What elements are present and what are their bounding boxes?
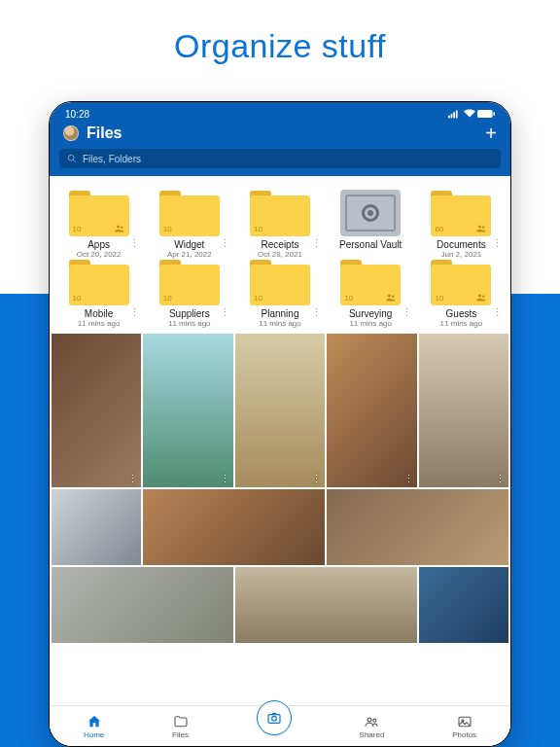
folder-icon: 10 <box>159 190 220 236</box>
svg-rect-0 <box>448 116 450 119</box>
folder-more-icon[interactable]: ⋮ <box>492 307 503 318</box>
folder-item[interactable]: 10Mobile11 mins ago⋮ <box>55 259 142 328</box>
signal-icon <box>448 109 462 119</box>
photo-tile[interactable] <box>419 567 508 643</box>
user-avatar[interactable] <box>63 125 79 141</box>
folder-count: 10 <box>73 225 82 233</box>
folder-name: Documents <box>437 239 486 250</box>
nav-files[interactable]: Files <box>172 714 189 739</box>
folder-count: 10 <box>254 294 262 302</box>
folder-item[interactable]: 10Planning11 mins ago⋮ <box>236 259 323 328</box>
folder-icon <box>173 714 189 729</box>
folder-name: Receipts <box>262 239 299 250</box>
shared-icon <box>114 223 125 234</box>
svg-point-14 <box>478 294 481 297</box>
photo-mosaic: ⋮ ⋮ ⋮ ⋮ ⋮ <box>50 332 510 643</box>
app-header: 10:28 Files + Files, Folders <box>50 102 510 176</box>
folder-item[interactable]: 10Guests11 mins ago⋮ <box>418 259 505 328</box>
folder-icon: 10 <box>250 190 310 236</box>
photo-tile[interactable]: ⋮ <box>327 334 416 487</box>
folder-item[interactable]: 10AppsOct 20, 2022⋮ <box>55 190 142 259</box>
shared-icon <box>475 292 487 303</box>
svg-rect-5 <box>493 112 495 115</box>
clock: 10:28 <box>65 109 89 120</box>
folder-icon: 10 <box>250 259 310 305</box>
nav-home[interactable]: Home <box>84 714 104 739</box>
photo-tile[interactable]: ⋮ <box>52 334 141 487</box>
wifi-icon <box>464 109 475 119</box>
photo-tile[interactable] <box>235 567 417 643</box>
folder-date: 11 mins ago <box>440 319 483 328</box>
folder-more-icon[interactable]: ⋮ <box>220 238 230 249</box>
search-icon <box>67 154 77 163</box>
bottom-nav: Home Files Shared Photos <box>50 705 510 746</box>
folder-item[interactable]: 60DocumentsJun 2, 2021⋮ <box>418 190 505 259</box>
vault-icon <box>340 190 401 236</box>
nav-label: Photos <box>452 730 476 739</box>
svg-rect-3 <box>456 111 458 119</box>
nav-photos[interactable]: Photos <box>452 714 476 739</box>
photo-more-icon[interactable]: ⋮ <box>403 473 414 485</box>
svg-point-19 <box>373 719 376 722</box>
photo-tile[interactable] <box>327 489 508 565</box>
photo-more-icon[interactable]: ⋮ <box>220 473 230 485</box>
home-icon <box>87 714 102 729</box>
folder-count: 10 <box>435 294 443 302</box>
folder-date: Oct 20, 2022 <box>77 250 122 259</box>
folder-item[interactable]: Personal Vault <box>328 190 414 259</box>
folder-item[interactable]: 10Surveying11 mins ago⋮ <box>328 259 414 328</box>
shared-icon <box>385 292 397 303</box>
photo-tile[interactable]: ⋮ <box>419 334 508 487</box>
photo-more-icon[interactable]: ⋮ <box>311 473 322 485</box>
nav-shared[interactable]: Shared <box>360 714 385 739</box>
folder-count: 10 <box>344 294 353 302</box>
camera-button[interactable] <box>257 700 292 735</box>
svg-point-10 <box>478 225 481 228</box>
status-bar: 10:28 <box>59 102 501 122</box>
folder-name: Guests <box>446 308 477 319</box>
nav-label: Files <box>172 730 189 739</box>
page-title: Files <box>87 124 477 142</box>
folder-item[interactable]: 10WidgetApr 21, 2022⋮ <box>146 190 232 259</box>
photo-more-icon[interactable]: ⋮ <box>495 473 506 485</box>
folder-name: Mobile <box>85 308 113 319</box>
photo-tile[interactable]: ⋮ <box>143 334 232 487</box>
svg-rect-2 <box>453 112 455 118</box>
folder-more-icon[interactable]: ⋮ <box>311 307 322 318</box>
folder-icon: 10 <box>431 259 491 305</box>
page-tagline: Organize stuff <box>0 27 560 65</box>
camera-icon <box>266 710 282 726</box>
nav-label: Home <box>84 730 104 739</box>
svg-point-6 <box>68 155 74 160</box>
photo-tile[interactable] <box>52 567 233 643</box>
svg-line-7 <box>73 160 76 162</box>
folder-more-icon[interactable]: ⋮ <box>129 238 140 249</box>
folder-date: 11 mins ago <box>168 319 211 328</box>
folder-item[interactable]: 10Suppliers11 mins ago⋮ <box>146 259 232 328</box>
folder-more-icon[interactable]: ⋮ <box>402 307 412 318</box>
folder-more-icon[interactable]: ⋮ <box>220 307 230 318</box>
tablet-frame: 10:28 Files + Files, Folders 10AppsOct 2… <box>49 101 511 747</box>
search-input[interactable]: Files, Folders <box>59 149 501 168</box>
photo-icon <box>457 714 472 729</box>
folder-count: 10 <box>254 225 262 233</box>
svg-rect-1 <box>451 114 453 118</box>
folder-icon: 10 <box>69 190 129 236</box>
folder-date: 11 mins ago <box>259 319 301 328</box>
folder-more-icon[interactable]: ⋮ <box>492 238 503 249</box>
folder-icon: 10 <box>69 259 129 305</box>
folder-count: 10 <box>163 225 172 233</box>
folder-icon: 60 <box>431 190 491 236</box>
people-icon <box>364 714 379 729</box>
svg-point-9 <box>121 227 122 229</box>
folder-name: Suppliers <box>169 308 210 319</box>
photo-tile[interactable] <box>52 489 141 565</box>
photo-tile[interactable] <box>143 489 325 565</box>
photo-tile[interactable]: ⋮ <box>235 334 325 487</box>
add-button[interactable]: + <box>485 124 497 143</box>
folder-item[interactable]: 10ReceiptsOct 28, 2021⋮ <box>236 190 323 259</box>
folder-more-icon[interactable]: ⋮ <box>129 307 140 318</box>
folder-more-icon[interactable]: ⋮ <box>311 238 322 249</box>
photo-more-icon[interactable]: ⋮ <box>127 473 138 485</box>
search-placeholder: Files, Folders <box>83 154 141 164</box>
